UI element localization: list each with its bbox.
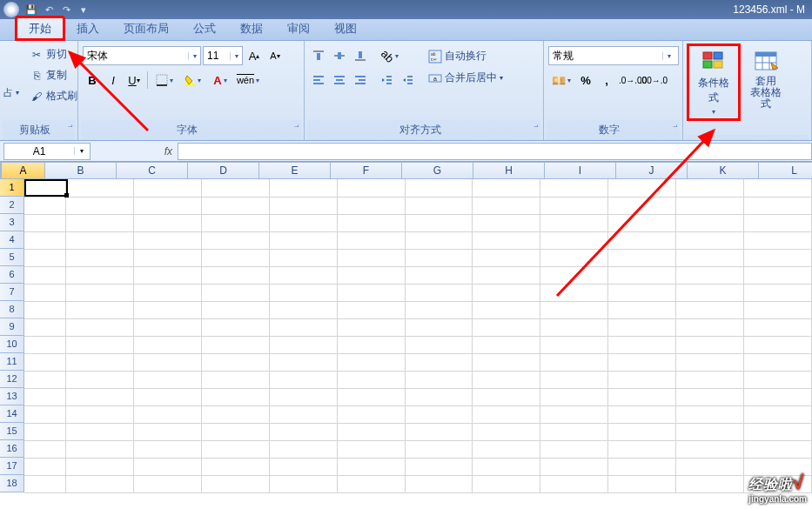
cell[interactable] [24,231,66,249]
cell[interactable] [676,197,744,214]
row-header[interactable]: 12 [0,371,24,388]
cell[interactable] [676,231,744,249]
qat-save-icon[interactable]: 💾 [24,3,38,17]
cell[interactable] [269,179,337,197]
font-family-combo[interactable]: ▾ [83,46,201,65]
cell[interactable] [405,179,473,197]
cell[interactable] [24,284,66,301]
cell[interactable] [540,388,608,405]
row-header[interactable]: 3 [0,214,24,231]
cell[interactable] [405,336,473,353]
align-bottom-icon[interactable] [351,46,370,65]
cell[interactable] [405,284,473,301]
cell[interactable] [676,301,744,318]
cell[interactable] [133,318,201,336]
name-box[interactable]: ▾ [3,143,91,160]
cell[interactable] [473,423,540,440]
cell[interactable] [608,440,676,458]
cell[interactable] [744,423,812,440]
cell[interactable] [66,353,134,371]
cell[interactable] [405,197,473,214]
tab-data[interactable]: 数据 [228,17,275,40]
cell[interactable] [473,179,540,197]
fx-label[interactable]: fx [91,145,178,157]
cell[interactable] [24,249,66,266]
row-header[interactable]: 15 [0,423,24,440]
cell[interactable] [201,231,269,249]
chevron-down-icon[interactable]: ▾ [74,147,88,155]
cell[interactable] [473,214,540,231]
cell[interactable] [473,284,540,301]
cell[interactable] [608,249,676,266]
cell[interactable] [269,388,337,405]
cell[interactable] [66,284,134,301]
column-header[interactable]: G [402,162,473,179]
cell[interactable] [133,388,201,405]
cell[interactable] [24,371,66,388]
cell[interactable] [337,388,405,405]
cell[interactable] [405,231,473,249]
chevron-down-icon[interactable]: ▾ [230,52,242,60]
cell[interactable] [608,458,676,475]
cell[interactable] [540,301,608,318]
cell[interactable] [66,388,134,405]
row-header[interactable]: 13 [0,388,24,405]
row-header[interactable]: 16 [0,440,24,458]
chevron-down-icon[interactable]: ▾ [188,52,200,60]
qat-redo-icon[interactable]: ↷ [59,3,73,17]
cell[interactable] [540,440,608,458]
cell[interactable] [24,440,66,458]
font-size-input[interactable] [204,50,230,62]
percent-icon[interactable]: % [576,70,595,90]
cell[interactable] [337,318,405,336]
cell[interactable] [676,284,744,301]
cell[interactable] [744,231,812,249]
cell[interactable] [24,301,66,318]
cell[interactable] [337,214,405,231]
bold-icon[interactable]: B [83,70,102,90]
increase-font-icon[interactable]: A▴ [245,46,264,65]
cell[interactable] [24,475,66,492]
align-top-icon[interactable] [309,46,328,65]
tab-formulas[interactable]: 公式 [181,17,228,40]
cell[interactable] [473,266,540,284]
cell[interactable] [540,284,608,301]
cell[interactable] [744,388,812,405]
column-header[interactable]: A [2,162,45,179]
cell[interactable] [337,231,405,249]
cut-button[interactable]: ✂剪切 [25,44,82,64]
cell[interactable] [608,405,676,423]
column-header[interactable]: H [473,162,545,179]
cell[interactable] [201,214,269,231]
cell[interactable] [66,405,134,423]
row-header[interactable]: 17 [0,458,24,475]
decrease-decimal-icon[interactable]: .00→.0 [644,70,663,90]
column-header[interactable]: E [259,162,331,179]
cell[interactable] [337,475,405,492]
cell[interactable] [608,214,676,231]
cell[interactable] [24,214,66,231]
cell[interactable] [744,249,812,266]
cell[interactable] [744,284,812,301]
cell[interactable] [676,214,744,231]
cell[interactable] [473,231,540,249]
accounting-format-icon[interactable]: 💴 [548,70,574,90]
row-header[interactable]: 5 [0,249,24,266]
cell[interactable] [540,458,608,475]
cell[interactable] [337,353,405,371]
cell[interactable] [133,423,201,440]
cell[interactable] [744,214,812,231]
cell[interactable] [269,231,337,249]
border-icon[interactable] [151,70,178,90]
cell[interactable] [133,284,201,301]
cell[interactable] [66,301,134,318]
cell[interactable] [405,388,473,405]
cell[interactable] [201,388,269,405]
cell[interactable] [133,353,201,371]
formula-input[interactable] [178,143,812,160]
cell[interactable] [337,371,405,388]
cell[interactable] [473,353,540,371]
row-header[interactable]: 6 [0,266,24,284]
paste-dropdown[interactable]: 占▾ [0,84,23,102]
cell[interactable] [676,249,744,266]
